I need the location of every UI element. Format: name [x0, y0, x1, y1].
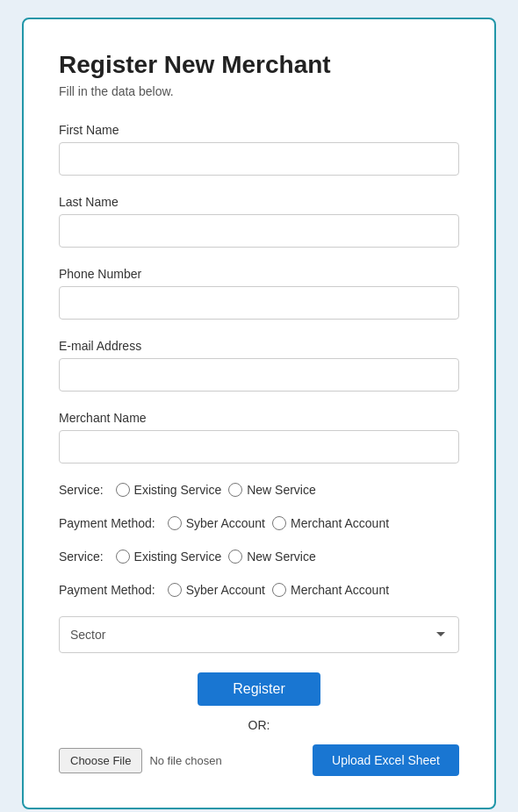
- first-name-input[interactable]: [59, 142, 459, 176]
- merchant-name-group: Merchant Name: [59, 411, 459, 463]
- payment-merchant-2-option[interactable]: Merchant Account: [272, 583, 389, 597]
- payment-merchant-1-option[interactable]: Merchant Account: [272, 516, 389, 530]
- email-label: E-mail Address: [59, 339, 459, 353]
- service-row-1: Service: Existing Service New Service: [59, 483, 459, 497]
- email-group: E-mail Address: [59, 339, 459, 392]
- register-button[interactable]: Register: [198, 672, 320, 706]
- service-new-1-radio[interactable]: [228, 483, 242, 497]
- choose-file-button[interactable]: Choose File: [59, 748, 142, 773]
- payment-merchant-2-text: Merchant Account: [291, 583, 389, 597]
- email-input[interactable]: [59, 358, 459, 392]
- service-existing-1-radio[interactable]: [116, 483, 130, 497]
- payment-syber-1-radio[interactable]: [168, 516, 182, 530]
- file-name-text: No file chosen: [149, 754, 221, 767]
- service-row-2: Service: Existing Service New Service: [59, 550, 459, 564]
- merchant-name-label: Merchant Name: [59, 411, 459, 425]
- service-new-2-option[interactable]: New Service: [228, 550, 316, 564]
- payment-syber-2-option[interactable]: Syber Account: [168, 583, 265, 597]
- service-existing-1-text: Existing Service: [134, 483, 222, 497]
- service-existing-2-option[interactable]: Existing Service: [116, 550, 222, 564]
- upload-excel-button[interactable]: Upload Excel Sheet: [313, 744, 459, 776]
- file-upload-row: Choose File No file chosen Upload Excel …: [59, 744, 459, 776]
- payment-merchant-1-text: Merchant Account: [291, 516, 389, 530]
- register-card: Register New Merchant Fill in the data b…: [22, 18, 496, 809]
- sector-group: Sector: [59, 616, 459, 653]
- payment-row2-label: Payment Method:: [59, 583, 155, 597]
- service-new-1-text: New Service: [247, 483, 316, 497]
- payment-syber-1-text: Syber Account: [186, 516, 265, 530]
- payment-row1-label: Payment Method:: [59, 516, 155, 530]
- phone-label: Phone Number: [59, 267, 459, 281]
- payment-syber-2-text: Syber Account: [186, 583, 265, 597]
- sector-select[interactable]: Sector: [59, 616, 459, 653]
- last-name-label: Last Name: [59, 195, 459, 209]
- merchant-name-input[interactable]: [59, 430, 459, 463]
- payment-syber-1-option[interactable]: Syber Account: [168, 516, 265, 530]
- payment-row-2: Payment Method: Syber Account Merchant A…: [59, 583, 459, 597]
- service-row2-label: Service:: [59, 550, 104, 564]
- file-input-wrapper: Choose File No file chosen: [59, 748, 222, 773]
- phone-input[interactable]: [59, 286, 459, 320]
- last-name-input[interactable]: [59, 214, 459, 248]
- service-new-2-radio[interactable]: [228, 550, 242, 564]
- first-name-group: First Name: [59, 123, 459, 176]
- service-existing-1-option[interactable]: Existing Service: [116, 483, 222, 497]
- service-new-1-option[interactable]: New Service: [228, 483, 316, 497]
- service-new-2-text: New Service: [247, 550, 316, 564]
- service-existing-2-text: Existing Service: [134, 550, 222, 564]
- payment-merchant-1-radio[interactable]: [272, 516, 286, 530]
- service-row1-label: Service:: [59, 483, 104, 497]
- page-title: Register New Merchant: [59, 51, 459, 79]
- payment-merchant-2-radio[interactable]: [272, 583, 286, 597]
- payment-syber-2-radio[interactable]: [168, 583, 182, 597]
- service-existing-2-radio[interactable]: [116, 550, 130, 564]
- payment-row-1: Payment Method: Syber Account Merchant A…: [59, 516, 459, 530]
- register-wrapper: Register: [59, 672, 459, 706]
- phone-group: Phone Number: [59, 267, 459, 320]
- or-divider: OR:: [59, 718, 459, 732]
- last-name-group: Last Name: [59, 195, 459, 248]
- first-name-label: First Name: [59, 123, 459, 137]
- subtitle: Fill in the data below.: [59, 84, 459, 98]
